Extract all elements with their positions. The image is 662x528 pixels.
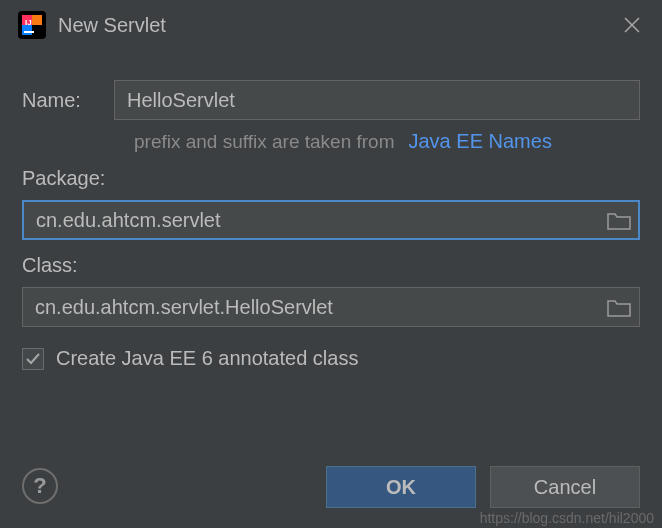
- ok-button[interactable]: OK: [326, 466, 476, 508]
- annotated-checkbox[interactable]: [22, 348, 44, 370]
- annotated-checkbox-row: Create Java EE 6 annotated class: [22, 347, 640, 370]
- package-input[interactable]: [22, 200, 640, 240]
- dialog-title: New Servlet: [58, 14, 620, 37]
- dialog-buttons: OK Cancel: [326, 466, 640, 508]
- close-icon[interactable]: [620, 13, 644, 37]
- dialog-content: Name: prefix and suffix are taken from J…: [0, 50, 662, 370]
- hint-text: prefix and suffix are taken from: [134, 131, 395, 153]
- package-label: Package:: [22, 167, 640, 190]
- annotated-checkbox-label: Create Java EE 6 annotated class: [56, 347, 358, 370]
- class-input[interactable]: [22, 287, 640, 327]
- name-row: Name:: [22, 80, 640, 120]
- browse-package-icon[interactable]: [606, 209, 632, 231]
- browse-class-icon[interactable]: [606, 296, 632, 318]
- intellij-icon: IJ: [18, 11, 46, 39]
- watermark: https://blog.csdn.net/hil2000: [480, 510, 654, 526]
- name-input[interactable]: [114, 80, 640, 120]
- svg-text:IJ: IJ: [25, 18, 32, 27]
- help-button[interactable]: ?: [22, 468, 58, 504]
- cancel-button[interactable]: Cancel: [490, 466, 640, 508]
- help-icon: ?: [33, 473, 46, 499]
- package-row: [22, 200, 640, 240]
- svg-rect-1: [24, 31, 34, 33]
- class-label: Class:: [22, 254, 640, 277]
- name-label: Name:: [22, 89, 114, 112]
- name-hint-row: prefix and suffix are taken from Java EE…: [134, 130, 640, 153]
- class-row: [22, 287, 640, 327]
- java-ee-names-link[interactable]: Java EE Names: [409, 130, 552, 153]
- titlebar: IJ New Servlet: [0, 0, 662, 50]
